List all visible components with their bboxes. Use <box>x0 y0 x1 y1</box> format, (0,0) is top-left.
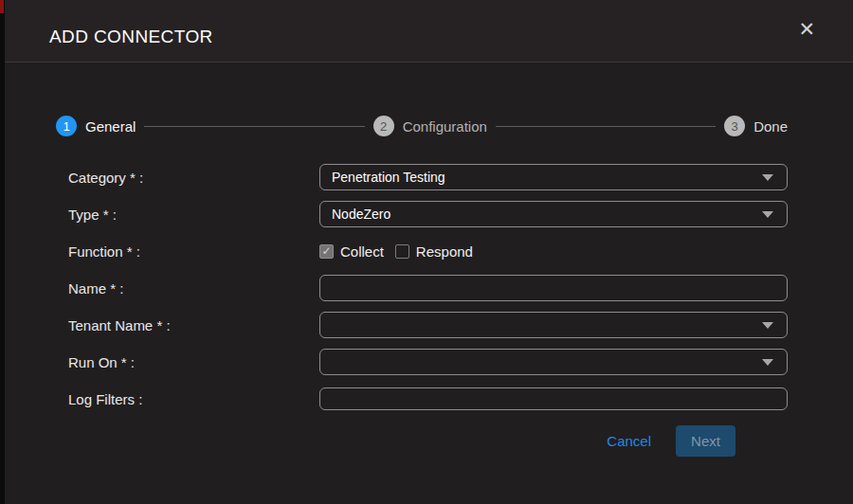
step-general: 1 General <box>56 116 136 136</box>
screen: ADD CONNECTOR ✕ 1 General 2 Configuratio… <box>0 0 853 504</box>
dialog-footer: Cancel Next <box>68 425 735 457</box>
step-2-circle: 2 <box>373 116 394 136</box>
name-input[interactable] <box>319 275 788 301</box>
chevron-down-icon <box>762 359 773 366</box>
step-1-circle: 1 <box>56 116 77 136</box>
tenant-name-label: Tenant Name * : <box>68 317 319 333</box>
run-on-label: Run On * : <box>68 354 319 370</box>
name-row: Name * : <box>68 275 788 301</box>
collect-checkbox-label: Collect <box>340 243 384 260</box>
tenant-name-select[interactable] <box>319 312 788 338</box>
type-label: Type * : <box>68 207 319 223</box>
chevron-down-icon <box>762 174 773 181</box>
stepper-connector <box>496 126 716 127</box>
dialog-header: ADD CONNECTOR ✕ <box>5 0 853 63</box>
tenant-name-row: Tenant Name * : <box>68 312 788 338</box>
checkbox-checked-icon: ✓ <box>319 244 334 259</box>
background-artifact <box>0 0 4 13</box>
log-filters-input[interactable] <box>319 387 788 410</box>
close-button[interactable]: ✕ <box>798 19 815 39</box>
stepper-connector <box>144 126 364 127</box>
chevron-down-icon <box>762 322 773 329</box>
category-value: Penetration Testing <box>332 170 445 185</box>
chevron-down-icon <box>762 211 773 218</box>
collect-checkbox[interactable]: ✓ Collect <box>319 243 384 260</box>
run-on-select[interactable] <box>319 349 788 375</box>
step-3-label: Done <box>753 118 788 135</box>
respond-checkbox-label: Respond <box>416 243 473 260</box>
step-done: 3 Done <box>724 116 788 136</box>
category-label: Category * : <box>68 170 319 186</box>
wizard-stepper: 1 General 2 Configuration 3 Done <box>56 116 788 136</box>
step-configuration: 2 Configuration <box>373 116 487 136</box>
type-select[interactable]: NodeZero <box>319 201 788 227</box>
respond-checkbox[interactable]: Respond <box>395 243 473 260</box>
log-filters-row: Log Filters : <box>68 386 788 412</box>
close-icon: ✕ <box>798 18 815 40</box>
connector-form: Category * : Penetration Testing Type * … <box>68 164 788 457</box>
name-label: Name * : <box>68 280 319 297</box>
step-2-label: Configuration <box>403 118 487 135</box>
type-value: NodeZero <box>332 207 390 222</box>
type-row: Type * : NodeZero <box>68 201 788 227</box>
function-checkbox-group: ✓ Collect Respond <box>319 243 788 260</box>
checkbox-unchecked-icon <box>395 244 409 259</box>
function-label: Function * : <box>68 243 319 260</box>
category-row: Category * : Penetration Testing <box>68 164 788 190</box>
page-title: ADD CONNECTOR <box>49 27 213 47</box>
add-connector-dialog: ADD CONNECTOR ✕ 1 General 2 Configuratio… <box>5 0 853 504</box>
cancel-button[interactable]: Cancel <box>607 433 651 449</box>
step-1-label: General <box>85 118 136 135</box>
function-row: Function * : ✓ Collect Respond <box>68 238 788 264</box>
next-button[interactable]: Next <box>676 425 735 457</box>
log-filters-label: Log Filters : <box>68 391 319 407</box>
step-3-circle: 3 <box>724 116 745 136</box>
run-on-row: Run On * : <box>68 349 788 375</box>
category-select[interactable]: Penetration Testing <box>319 164 788 190</box>
